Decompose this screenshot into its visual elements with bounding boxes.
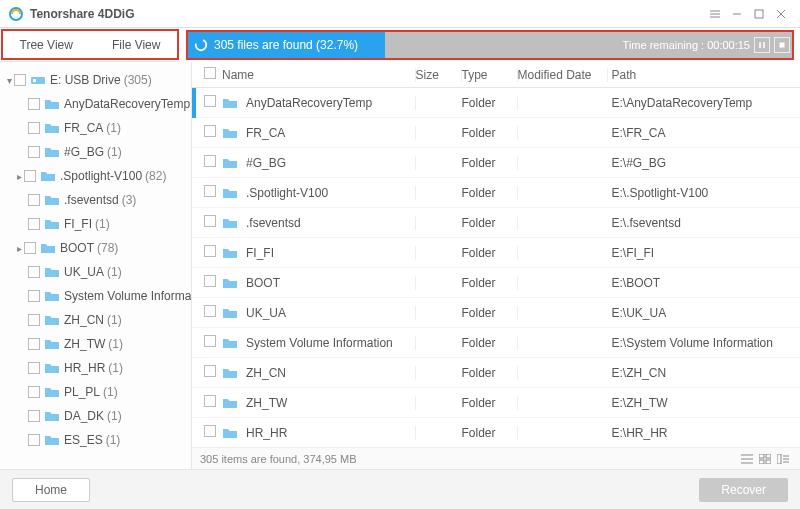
- home-button[interactable]: Home: [12, 478, 90, 502]
- tree-item[interactable]: ▸BOOT (78): [0, 236, 191, 260]
- checkbox[interactable]: [204, 95, 216, 107]
- table-row[interactable]: FI_FIFolderE:\FI_FI: [192, 238, 800, 268]
- table-row[interactable]: System Volume InformationFolderE:\System…: [192, 328, 800, 358]
- header-modified-date[interactable]: Modified Date: [518, 68, 608, 82]
- caret-down-icon[interactable]: ▾: [4, 75, 14, 86]
- tree-item-count: (1): [106, 433, 121, 447]
- tree-item-label: FI_FI: [64, 217, 92, 231]
- tree-item-label: FR_CA: [64, 121, 103, 135]
- table-row[interactable]: #G_BGFolderE:\#G_BG: [192, 148, 800, 178]
- checkbox[interactable]: [204, 365, 216, 377]
- checkbox[interactable]: [28, 122, 40, 134]
- tree-item[interactable]: UK_UA (1): [0, 260, 191, 284]
- checkbox[interactable]: [24, 242, 36, 254]
- checkbox[interactable]: [204, 215, 216, 227]
- folder-icon: [222, 97, 238, 109]
- checkbox[interactable]: [28, 434, 40, 446]
- sidebar-tree[interactable]: ▾ E: USB Drive (305) AnyDataRecoveryTemp…: [0, 62, 192, 469]
- titlebar: Tenorshare 4DDiG: [0, 0, 800, 28]
- header-size[interactable]: Size: [416, 68, 462, 82]
- table-body[interactable]: AnyDataRecoveryTempFolderE:\AnyDataRecov…: [192, 88, 800, 447]
- view-detail-icon[interactable]: [774, 451, 792, 467]
- tree-item[interactable]: .fseventsd (3): [0, 188, 191, 212]
- recover-button[interactable]: Recover: [699, 478, 788, 502]
- checkbox[interactable]: [24, 170, 36, 182]
- table-row[interactable]: BOOTFolderE:\BOOT: [192, 268, 800, 298]
- checkbox[interactable]: [28, 290, 40, 302]
- row-type: Folder: [462, 96, 518, 110]
- svg-rect-9: [766, 460, 771, 464]
- tree-item[interactable]: ZH_CN (1): [0, 308, 191, 332]
- tree-item[interactable]: #G_BG (1): [0, 140, 191, 164]
- tree-item[interactable]: PL_PL (1): [0, 380, 191, 404]
- table-row[interactable]: HR_HRFolderE:\HR_HR: [192, 418, 800, 447]
- folder-icon: [222, 307, 238, 319]
- folder-icon: [44, 266, 60, 278]
- caret-right-icon[interactable]: ▸: [14, 243, 24, 254]
- tree-item[interactable]: ZH_TW (1): [0, 332, 191, 356]
- tree-item[interactable]: FR_CA (1): [0, 116, 191, 140]
- stop-icon[interactable]: [774, 37, 790, 53]
- caret-right-icon[interactable]: ▸: [14, 171, 24, 182]
- tree-item[interactable]: ES_ES (1): [0, 428, 191, 452]
- row-path: E:\FI_FI: [608, 246, 801, 260]
- tree-root[interactable]: ▾ E: USB Drive (305): [0, 68, 191, 92]
- tab-file-view[interactable]: File View: [112, 38, 160, 52]
- row-type: Folder: [462, 216, 518, 230]
- checkbox[interactable]: [28, 314, 40, 326]
- checkbox[interactable]: [28, 362, 40, 374]
- checkbox[interactable]: [204, 305, 216, 317]
- close-icon[interactable]: [770, 3, 792, 25]
- folder-icon: [44, 98, 60, 110]
- file-list-panel: Name Size Type Modified Date Path AnyDat…: [192, 62, 800, 469]
- tree-item-label: ES_ES: [64, 433, 103, 447]
- view-list-icon[interactable]: [738, 451, 756, 467]
- table-row[interactable]: AnyDataRecoveryTempFolderE:\AnyDataRecov…: [192, 88, 800, 118]
- checkbox[interactable]: [28, 266, 40, 278]
- tree-item[interactable]: HR_HR (1): [0, 356, 191, 380]
- checkbox[interactable]: [204, 245, 216, 257]
- checkbox[interactable]: [204, 155, 216, 167]
- table-row[interactable]: .fseventsdFolderE:\.fseventsd: [192, 208, 800, 238]
- checkbox[interactable]: [204, 185, 216, 197]
- view-grid-icon[interactable]: [756, 451, 774, 467]
- header-name[interactable]: Name: [222, 68, 416, 82]
- svg-rect-7: [766, 454, 771, 458]
- tree-item[interactable]: ▸.Spotlight-V100 (82): [0, 164, 191, 188]
- checkbox[interactable]: [204, 335, 216, 347]
- tab-tree-view[interactable]: Tree View: [20, 38, 73, 52]
- pause-icon[interactable]: [754, 37, 770, 53]
- maximize-icon[interactable]: [748, 3, 770, 25]
- table-row[interactable]: ZH_CNFolderE:\ZH_CN: [192, 358, 800, 388]
- tree-item[interactable]: DA_DK (1): [0, 404, 191, 428]
- checkbox[interactable]: [28, 146, 40, 158]
- table-row[interactable]: ZH_TWFolderE:\ZH_TW: [192, 388, 800, 418]
- table-row[interactable]: FR_CAFolderE:\FR_CA: [192, 118, 800, 148]
- menu-icon[interactable]: [704, 3, 726, 25]
- checkbox[interactable]: [28, 338, 40, 350]
- tree-item[interactable]: System Volume Information: [0, 284, 191, 308]
- tree-item[interactable]: AnyDataRecoveryTemp: [0, 92, 191, 116]
- checkbox[interactable]: [28, 194, 40, 206]
- table-row[interactable]: UK_UAFolderE:\UK_UA: [192, 298, 800, 328]
- checkbox[interactable]: [204, 395, 216, 407]
- tree-item-label: System Volume Information: [64, 289, 191, 303]
- row-type: Folder: [462, 336, 518, 350]
- checkbox[interactable]: [14, 74, 26, 86]
- tree-item-count: (1): [103, 385, 118, 399]
- tree-item[interactable]: FI_FI (1): [0, 212, 191, 236]
- checkbox[interactable]: [28, 410, 40, 422]
- checkbox[interactable]: [204, 125, 216, 137]
- header-checkbox-col[interactable]: [204, 67, 222, 82]
- checkbox[interactable]: [204, 425, 216, 437]
- checkbox[interactable]: [28, 386, 40, 398]
- svg-rect-10: [777, 454, 781, 464]
- checkbox[interactable]: [204, 275, 216, 287]
- minimize-icon[interactable]: [726, 3, 748, 25]
- checkbox[interactable]: [28, 218, 40, 230]
- app-title: Tenorshare 4DDiG: [30, 7, 134, 21]
- header-type[interactable]: Type: [462, 68, 518, 82]
- table-row[interactable]: .Spotlight-V100FolderE:\.Spotlight-V100: [192, 178, 800, 208]
- checkbox[interactable]: [28, 98, 40, 110]
- header-path[interactable]: Path: [608, 68, 801, 82]
